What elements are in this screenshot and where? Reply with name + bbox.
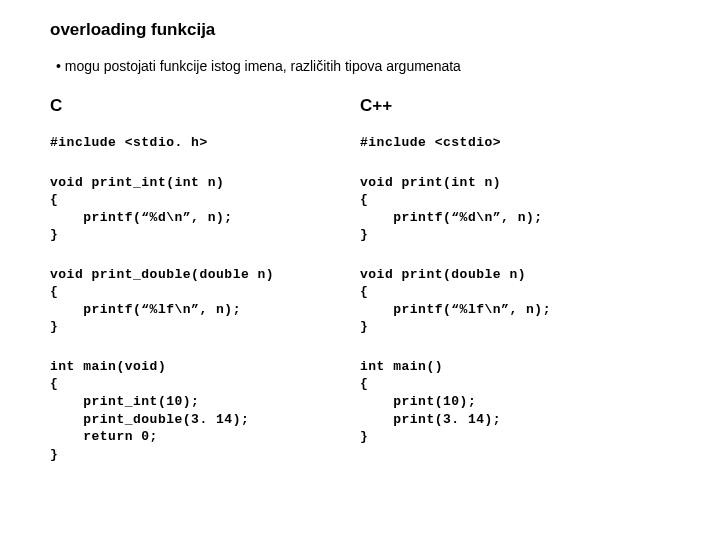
cpp-print-int: void print(int n) { printf(“%d\n”, n); } [360,174,670,244]
right-header: C++ [360,96,670,116]
two-column-layout: C #include <stdio. h> void print_int(int… [50,96,670,485]
c-include: #include <stdio. h> [50,134,360,152]
c-print-int: void print_int(int n) { printf(“%d\n”, n… [50,174,360,244]
left-column: C #include <stdio. h> void print_int(int… [50,96,360,485]
page-title: overloading funkcija [50,20,670,40]
c-print-double: void print_double(double n) { printf(“%l… [50,266,360,336]
cpp-include: #include <cstdio> [360,134,670,152]
left-header: C [50,96,360,116]
cpp-print-double: void print(double n) { printf(“%lf\n”, n… [360,266,670,336]
cpp-main: int main() { print(10); print(3. 14); } [360,358,670,446]
c-main: int main(void) { print_int(10); print_do… [50,358,360,463]
right-column: C++ #include <cstdio> void print(int n) … [360,96,670,485]
bullet-line: • mogu postojati funkcije istog imena, r… [56,58,670,74]
